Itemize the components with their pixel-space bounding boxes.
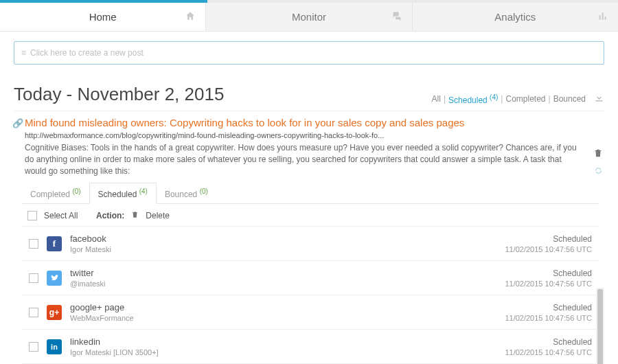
row-status: Scheduled (505, 234, 592, 244)
tab-label: Home (89, 11, 117, 23)
row-checkbox[interactable] (29, 342, 38, 352)
post-url[interactable]: http://webmaxformance.com/blog/copywriti… (25, 131, 604, 139)
select-all-label[interactable]: Select All (44, 211, 78, 220)
filter-bar: All | Scheduled (4) | Completed | Bounce… (432, 93, 604, 105)
twitter-icon (47, 271, 62, 286)
filter-all[interactable]: All (432, 94, 441, 104)
link-icon: 🔗 (12, 118, 23, 128)
new-post-placeholder: Click here to create a new post (30, 48, 144, 58)
date-heading: Today - November 2, 2015 (14, 84, 224, 105)
select-all-checkbox[interactable] (27, 211, 37, 220)
row-checkbox[interactable] (29, 239, 38, 249)
tab-monitor[interactable]: Monitor (206, 3, 412, 31)
network-name: linkedin (70, 337, 496, 347)
row-checkbox[interactable] (29, 273, 38, 283)
table-row: twitter @imateski Scheduled 11/02/2015 1… (22, 261, 599, 295)
linkedin-icon: in (47, 339, 62, 354)
account-name: Igor Mateski [LION 3500+] (70, 348, 496, 356)
post-title[interactable]: Mind found misleading owners: Copywritin… (25, 117, 604, 128)
row-status: Scheduled (505, 269, 592, 278)
delete-action[interactable]: Delete (146, 211, 170, 220)
table-row: f facebook Igor Mateski Scheduled 11/02/… (22, 227, 599, 261)
post-excerpt: Cognitive Biases: Tools in the hands of … (25, 142, 584, 177)
tab-label: Analytics (494, 11, 536, 23)
network-name: google+ page (70, 302, 496, 312)
row-timestamp: 11/02/2015 10:47:56 UTC (505, 314, 592, 322)
post-card: 🔗 Mind found misleading owners: Copywrit… (14, 111, 604, 364)
row-timestamp: 11/02/2015 10:47:56 UTC (505, 348, 592, 356)
filter-scheduled[interactable]: Scheduled (448, 95, 488, 105)
table-row: g+ google+ page WebMaxFormance Scheduled… (22, 295, 599, 330)
subtabs: Completed (0) Scheduled (4) Bounced (0) (22, 185, 599, 204)
filter-bounced[interactable]: Bounced (553, 94, 586, 104)
filter-completed[interactable]: Completed (505, 94, 545, 104)
network-name: twitter (70, 268, 496, 278)
network-name: facebook (70, 234, 496, 244)
filter-scheduled-count: (4) (490, 93, 498, 101)
account-name: WebMaxFormance (70, 314, 496, 322)
main-tabs: Home Monitor Analytics (0, 3, 618, 32)
subtab-completed[interactable]: Completed (0) (22, 183, 89, 203)
account-name: Igor Mateski (70, 245, 496, 253)
facebook-icon: f (47, 236, 62, 251)
table-row: in linkedin Igor Mateski [LION 3500+] Sc… (22, 330, 599, 364)
trash-small-icon (131, 211, 139, 220)
trash-icon[interactable] (593, 148, 603, 160)
subtab-scheduled[interactable]: Scheduled (4) (89, 183, 157, 204)
hamburger-icon: ≡ (21, 48, 26, 58)
scrollbar[interactable] (596, 288, 604, 364)
google-plus-icon: g+ (47, 305, 62, 320)
row-status: Scheduled (505, 337, 592, 347)
tab-home[interactable]: Home (0, 3, 206, 31)
tab-label: Monitor (292, 11, 326, 23)
subtab-bounced[interactable]: Bounced (0) (157, 183, 216, 203)
tab-analytics[interactable]: Analytics (413, 3, 618, 31)
row-status: Scheduled (505, 303, 592, 312)
row-checkbox[interactable] (29, 308, 38, 317)
new-post-input[interactable]: ≡ Click here to create a new post (14, 41, 604, 65)
chat-icon (391, 10, 402, 23)
row-timestamp: 11/02/2015 10:47:56 UTC (505, 245, 592, 253)
action-row: Select All Action: Delete (22, 204, 599, 226)
schedule-rows: f facebook Igor Mateski Scheduled 11/02/… (22, 226, 599, 364)
chart-icon (597, 10, 608, 23)
refresh-icon[interactable] (594, 166, 603, 177)
action-label: Action: (96, 211, 124, 220)
row-timestamp: 11/02/2015 10:47:56 UTC (505, 280, 592, 288)
download-icon[interactable] (594, 93, 604, 105)
home-icon (185, 10, 196, 23)
account-name: @imateski (70, 280, 496, 288)
